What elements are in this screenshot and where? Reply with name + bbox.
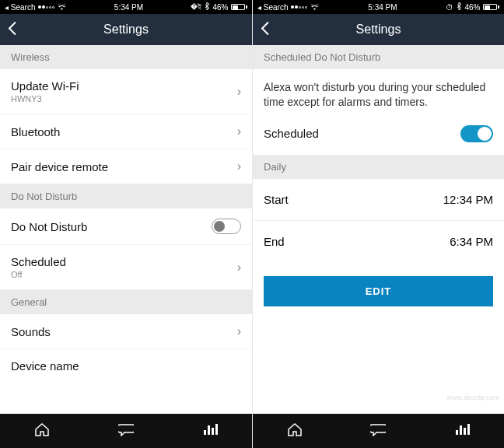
svg-rect-4 — [456, 430, 458, 435]
phone-left: ◂ Search 5:34 PM �ই 46% Settings — [0, 0, 252, 448]
wifi-icon — [310, 3, 319, 12]
section-dnd: Do Not Disturb — [0, 184, 252, 208]
section-scheduled-dnd: Scheduled Do Not Disturb — [253, 45, 504, 69]
home-icon[interactable] — [287, 422, 303, 439]
bluetooth-icon — [205, 2, 209, 12]
dnd-toggle-off[interactable] — [212, 219, 241, 234]
battery-icon — [483, 4, 499, 10]
status-time: 5:34 PM — [114, 3, 143, 12]
end-label: End — [264, 235, 285, 248]
scheduled-label: Scheduled — [11, 255, 66, 268]
app-header: Settings — [253, 14, 504, 45]
scheduled-label: Scheduled — [264, 127, 319, 140]
svg-rect-5 — [460, 425, 462, 435]
start-time-value: 12:34 PM — [443, 193, 493, 206]
svg-rect-7 — [467, 424, 470, 435]
status-bar: ◂ Search 5:34 PM �ই 46% — [0, 0, 252, 14]
back-button[interactable] — [261, 22, 270, 38]
section-general: General — [0, 290, 252, 314]
signal-dots — [291, 5, 307, 9]
row-pair-remote[interactable]: Pair device remote › — [0, 149, 252, 184]
status-search-label: Search — [11, 3, 36, 12]
chevron-right-icon: › — [237, 124, 241, 138]
battery-percent: 46% — [212, 3, 228, 12]
equalizer-icon[interactable] — [202, 422, 218, 439]
section-daily: Daily — [253, 155, 504, 179]
start-label: Start — [264, 193, 289, 206]
settings-list: Wireless Update Wi-Fi HWNY3 › Bluetooth … — [0, 45, 252, 414]
chat-icon[interactable] — [118, 422, 134, 439]
scheduled-sub: Off — [11, 270, 66, 279]
svg-rect-2 — [212, 428, 214, 435]
status-time: 5:34 PM — [368, 3, 397, 12]
svg-rect-0 — [204, 430, 206, 435]
svg-rect-1 — [208, 425, 210, 435]
back-button[interactable] — [8, 22, 17, 38]
dnd-label: Do Not Disturb — [11, 220, 87, 233]
scheduled-toggle-on[interactable] — [460, 125, 493, 142]
wifi-icon — [58, 3, 66, 12]
chevron-right-icon: › — [237, 261, 241, 275]
section-wireless: Wireless — [0, 45, 252, 69]
row-sounds[interactable]: Sounds › — [0, 314, 252, 349]
scheduled-dnd-panel: Scheduled Do Not Disturb Alexa won't dis… — [253, 45, 504, 414]
row-update-wifi[interactable]: Update Wi-Fi HWNY3 › — [0, 69, 252, 114]
row-device-name[interactable]: Device name — [0, 349, 252, 376]
bluetooth-label: Bluetooth — [11, 125, 60, 138]
row-scheduled-toggle[interactable]: Scheduled — [253, 121, 504, 155]
end-time-value: 6:34 PM — [450, 235, 493, 248]
alarm-icon: ⏱ — [446, 3, 453, 12]
battery-percent: 46% — [464, 3, 480, 12]
page-title: Settings — [356, 23, 401, 37]
chevron-right-icon: › — [237, 324, 241, 338]
edit-button[interactable]: EDIT — [264, 276, 493, 306]
row-dnd-toggle[interactable]: Do Not Disturb — [0, 208, 252, 245]
row-start-time[interactable]: Start 12:34 PM — [253, 179, 504, 220]
app-header: Settings — [0, 14, 252, 45]
battery-icon — [231, 4, 247, 10]
phone-right: ◂ Search 5:34 PM ⏱ 46% Settings Schedu — [252, 0, 504, 448]
svg-rect-3 — [215, 424, 218, 435]
tab-bar — [253, 414, 504, 448]
page-title: Settings — [103, 23, 149, 37]
signal-dots — [38, 5, 54, 9]
chevron-right-icon: › — [237, 159, 241, 173]
chat-icon[interactable] — [370, 422, 386, 439]
row-end-time[interactable]: End 6:34 PM — [253, 220, 504, 262]
wifi-subtitle: HWNY3 — [11, 94, 79, 103]
pair-label: Pair device remote — [11, 160, 108, 173]
wifi-title: Update Wi-Fi — [11, 79, 79, 93]
chevron-right-icon: › — [237, 85, 241, 99]
dnd-description: Alexa won't disturb you during your sche… — [253, 69, 504, 121]
back-to-search[interactable]: ◂ Search — [5, 3, 35, 12]
status-search-label: Search — [264, 3, 289, 12]
status-bar: ◂ Search 5:34 PM ⏱ 46% — [253, 0, 504, 14]
row-scheduled[interactable]: Scheduled Off › — [0, 245, 252, 290]
tab-bar — [0, 414, 252, 448]
bluetooth-icon — [457, 2, 461, 12]
alarm-icon: �ই — [191, 2, 201, 12]
device-name-label: Device name — [11, 359, 79, 373]
sounds-label: Sounds — [11, 325, 51, 338]
svg-rect-6 — [464, 428, 466, 435]
home-icon[interactable] — [34, 422, 50, 439]
back-to-search[interactable]: ◂ Search — [257, 3, 288, 12]
equalizer-icon[interactable] — [454, 422, 470, 439]
row-bluetooth[interactable]: Bluetooth › — [0, 114, 252, 149]
